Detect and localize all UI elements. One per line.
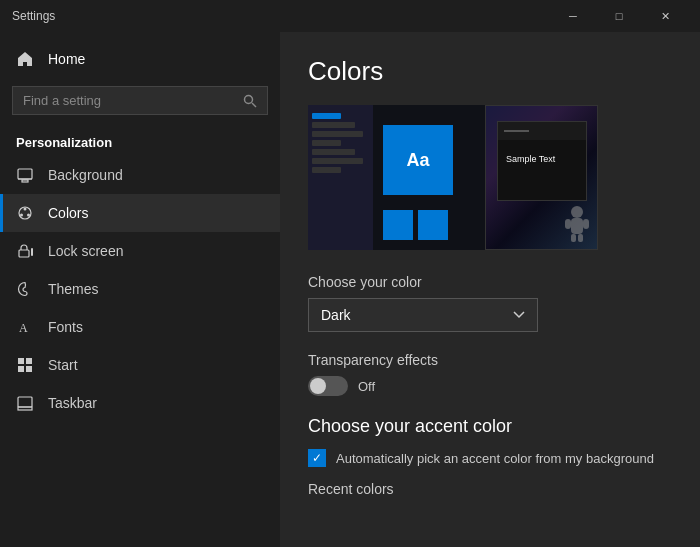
sidebar-search[interactable] (12, 86, 268, 115)
auto-pick-checkbox-row[interactable]: ✓ Automatically pick an accent color fro… (308, 449, 672, 467)
sidebar-item-background[interactable]: Background (0, 156, 280, 194)
sidebar-item-colors-label: Colors (48, 205, 88, 221)
svg-point-6 (24, 208, 27, 211)
preview-middle: Aa (373, 105, 485, 250)
svg-rect-10 (31, 248, 33, 256)
svg-rect-4 (22, 180, 28, 182)
sidebar-item-home[interactable]: Home (0, 40, 280, 78)
svg-point-7 (27, 214, 30, 217)
app-body: Home Personalization Backg (0, 32, 700, 547)
page-title: Colors (308, 56, 672, 87)
sidebar-item-themes-label: Themes (48, 281, 99, 297)
sidebar-item-background-label: Background (48, 167, 123, 183)
background-icon (16, 166, 34, 184)
svg-rect-2 (18, 169, 32, 179)
color-preview: Aa Sample Text (308, 105, 598, 250)
home-label: Home (48, 51, 85, 67)
svg-rect-19 (571, 218, 583, 234)
svg-rect-14 (18, 366, 24, 372)
sidebar-item-themes[interactable]: Themes (0, 270, 280, 308)
start-icon (16, 356, 34, 374)
sidebar-item-lock-screen-label: Lock screen (48, 243, 123, 259)
chevron-down-icon (513, 311, 525, 319)
lock-screen-icon (16, 242, 34, 260)
taskbar-icon (16, 394, 34, 412)
titlebar-title: Settings (12, 9, 550, 23)
preview-bar-3 (312, 131, 363, 137)
colors-icon (16, 204, 34, 222)
auto-pick-checkbox[interactable]: ✓ (308, 449, 326, 467)
recent-colors-title: Recent colors (308, 481, 672, 497)
fonts-icon: A (16, 318, 34, 336)
preview-figure (562, 204, 592, 244)
svg-point-0 (245, 95, 253, 103)
svg-rect-9 (19, 250, 29, 257)
svg-rect-21 (583, 219, 589, 229)
preview-bar-2 (312, 122, 355, 128)
preview-left (308, 105, 373, 250)
close-button[interactable]: ✕ (642, 0, 688, 32)
transparency-state: Off (358, 379, 375, 394)
sidebar-section-title: Personalization (0, 123, 280, 156)
sidebar-item-lock-screen[interactable]: Lock screen (0, 232, 280, 270)
toggle-row: Off (308, 376, 672, 396)
sidebar-item-start[interactable]: Start (0, 346, 280, 384)
preview-right: Sample Text (485, 105, 599, 250)
svg-rect-20 (565, 219, 571, 229)
minimize-button[interactable]: ─ (550, 0, 596, 32)
search-icon (243, 94, 257, 108)
svg-rect-15 (26, 366, 32, 372)
svg-rect-22 (571, 234, 576, 242)
home-icon (16, 50, 34, 68)
preview-bar-1 (312, 113, 341, 119)
checkmark-icon: ✓ (312, 451, 322, 465)
preview-small-tile-2 (418, 210, 448, 240)
content-area: Colors Aa (280, 32, 700, 547)
accent-section-title: Choose your accent color (308, 416, 672, 437)
sidebar-item-taskbar-label: Taskbar (48, 395, 97, 411)
svg-rect-12 (18, 358, 24, 364)
maximize-button[interactable]: □ (596, 0, 642, 32)
svg-rect-17 (18, 407, 32, 410)
preview-bar-4 (312, 140, 341, 146)
preview-bar-6 (312, 158, 363, 164)
sidebar-item-fonts[interactable]: A Fonts (0, 308, 280, 346)
transparency-label: Transparency effects (308, 352, 672, 368)
preview-window-header-line (504, 130, 529, 132)
color-dropdown-value: Dark (321, 307, 351, 323)
preview-window-header (498, 122, 586, 140)
titlebar-controls: ─ □ ✕ (550, 0, 688, 32)
preview-small-tile-1 (383, 210, 413, 240)
sidebar-item-start-label: Start (48, 357, 78, 373)
preview-tile-aa: Aa (383, 125, 453, 195)
sidebar-item-fonts-label: Fonts (48, 319, 83, 335)
transparency-toggle[interactable] (308, 376, 348, 396)
color-dropdown[interactable]: Dark (308, 298, 538, 332)
svg-text:A: A (19, 321, 28, 335)
sidebar: Home Personalization Backg (0, 32, 280, 547)
svg-rect-16 (18, 397, 32, 407)
search-input[interactable] (23, 93, 235, 108)
preview-bar-5 (312, 149, 355, 155)
svg-rect-13 (26, 358, 32, 364)
preview-sample-text: Sample Text (506, 154, 555, 164)
svg-point-8 (20, 214, 23, 217)
transparency-section: Transparency effects Off (308, 352, 672, 396)
sidebar-item-colors[interactable]: Colors (0, 194, 280, 232)
preview-window-body: Sample Text (498, 140, 586, 174)
auto-pick-label: Automatically pick an accent color from … (336, 451, 654, 466)
choose-color-label: Choose your color (308, 274, 672, 290)
toggle-knob (310, 378, 326, 394)
preview-bar-7 (312, 167, 341, 173)
themes-icon (16, 280, 34, 298)
titlebar: Settings ─ □ ✕ (0, 0, 700, 32)
svg-point-18 (571, 206, 583, 218)
svg-line-1 (252, 103, 256, 107)
sidebar-item-taskbar[interactable]: Taskbar (0, 384, 280, 422)
preview-window-box: Sample Text (497, 121, 587, 201)
svg-rect-23 (578, 234, 583, 242)
